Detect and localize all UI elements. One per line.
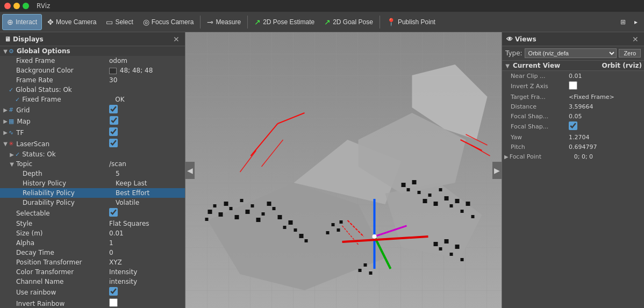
background-color-text: 48; 48; 48 <box>120 67 153 74</box>
focal-point-arrow[interactable]: ▶ <box>504 154 509 160</box>
invert-z-checkbox[interactable] <box>569 81 577 90</box>
color-transformer-row[interactable]: Color Transformer Intensity <box>0 267 185 277</box>
2d-pose-estimate-button[interactable]: ↗ 2D Pose Estimate <box>250 14 319 30</box>
left-arrow-button[interactable]: ◀ <box>185 162 195 179</box>
invert-z-value <box>569 81 642 91</box>
style-label: Style <box>15 220 109 227</box>
map-row[interactable]: ▶ ▦ Map <box>0 116 185 127</box>
tf-checkbox[interactable] <box>109 127 118 136</box>
position-transformer-label: Position Transformer <box>15 259 109 266</box>
laserscan-row[interactable]: ▼ ✳ LaserScan <box>0 138 185 149</box>
focus-camera-button[interactable]: ◎ Focus Camera <box>139 14 198 30</box>
map-arrow[interactable]: ▶ <box>2 118 9 124</box>
minimize-button[interactable] <box>13 3 20 9</box>
grid-arrow[interactable]: ▶ <box>2 107 9 113</box>
tf-value <box>109 127 185 138</box>
laserscan-label: LaserScan <box>15 140 109 148</box>
close-button[interactable] <box>4 3 11 9</box>
interact-label: Interact <box>16 18 37 26</box>
target-frame-row[interactable]: Target Fra... <Fixed Frame> <box>502 92 644 102</box>
views-zero-button[interactable]: Zero <box>619 49 641 58</box>
focal-shape2-label: Focal Shap... <box>504 123 569 130</box>
views-tree: ▼ Current View Orbit (rviz) Near Clip ..… <box>502 61 644 308</box>
grid-row[interactable]: ▶ # Grid <box>0 104 185 116</box>
pitch-row[interactable]: Pitch 0.694797 <box>502 142 644 152</box>
measure-button[interactable]: ⊸ Measure <box>203 14 245 30</box>
selectable-checkbox[interactable] <box>109 208 118 217</box>
toolbar-separator-3 <box>380 16 380 28</box>
current-view-arrow[interactable]: ▼ <box>504 63 511 69</box>
select-button[interactable]: ▭ Select <box>102 14 137 30</box>
expand-button[interactable]: ⊞ <box>616 14 630 30</box>
2d-goal-pose-button[interactable]: ↗ 2D Goal Pose <box>320 14 377 30</box>
views-panel-close[interactable]: ✕ <box>631 35 640 44</box>
laserscan-value <box>109 139 185 149</box>
depth-row[interactable]: Depth 5 <box>0 169 185 178</box>
focal-point-row[interactable]: ▶ Focal Point 0; 0; 0 <box>502 152 644 161</box>
views-type-label: Type: <box>505 49 523 57</box>
background-color-value: 48; 48; 48 <box>109 67 185 74</box>
maximize-button[interactable] <box>23 3 29 9</box>
global-options-icon: ⚙ <box>9 48 14 55</box>
use-rainbow-row[interactable]: Use rainbow <box>0 286 185 298</box>
titlebar-buttons <box>4 3 29 9</box>
laserscan-checkbox[interactable] <box>109 139 118 147</box>
channel-name-row[interactable]: Channel Name intensity <box>0 277 185 286</box>
frame-rate-row[interactable]: Frame Rate 30 <box>0 75 185 85</box>
map-label: Map <box>16 118 110 125</box>
yaw-row[interactable]: Yaw 1.2704 <box>502 132 644 142</box>
3d-view[interactable]: ◀ ▶ <box>185 32 502 308</box>
displays-panel-close[interactable]: ✕ <box>172 35 181 44</box>
viz-background <box>185 32 502 308</box>
global-options-arrow[interactable]: ▼ <box>2 48 9 54</box>
global-options-row[interactable]: ▼ ⚙ Global Options <box>0 46 185 56</box>
alpha-row[interactable]: Alpha 1 <box>0 238 185 248</box>
move-camera-label: Move Camera <box>56 18 96 26</box>
map-checkbox[interactable] <box>110 116 118 125</box>
decay-time-row[interactable]: Decay Time 0 <box>0 248 185 257</box>
yaw-value: 1.2704 <box>569 134 642 141</box>
focal-shape2-row[interactable]: Focal Shap... <box>502 121 644 132</box>
views-type-select[interactable]: Orbit (rviz_defa <box>525 48 617 58</box>
interact-button[interactable]: ⊕ Interact <box>2 14 42 30</box>
laserscan-icon: ✳ <box>9 140 13 147</box>
near-clip-row[interactable]: Near Clip ... 0.01 <box>502 71 644 81</box>
focal-shape1-row[interactable]: Focal Shap... 0.05 <box>502 111 644 121</box>
invert-rainbow-row[interactable]: Invert Rainbow <box>0 298 185 308</box>
laserscan-arrow[interactable]: ▼ <box>2 141 9 147</box>
tf-arrow[interactable]: ▶ <box>2 130 9 135</box>
style-row[interactable]: Style Flat Squares <box>0 219 185 228</box>
laserscan-status-row[interactable]: ▶ ✓ Status: Ok <box>0 149 185 159</box>
size-row[interactable]: Size (m) 0.01 <box>0 228 185 238</box>
global-status-row[interactable]: ✓ Global Status: Ok <box>0 85 185 95</box>
tf-row[interactable]: ▶ ∿ TF <box>0 127 185 138</box>
invert-z-row[interactable]: Invert Z Axis <box>502 81 644 92</box>
fixed-frame-row[interactable]: Fixed Frame odom <box>0 56 185 66</box>
grid-checkbox[interactable] <box>109 105 118 113</box>
fixed-frame-ok-check: ✓ <box>15 96 20 103</box>
current-view-title: Current View <box>513 62 602 69</box>
history-policy-row[interactable]: History Policy Keep Last <box>0 178 185 188</box>
topic-row[interactable]: ▼ Topic /scan <box>0 159 185 169</box>
invert-rainbow-checkbox[interactable] <box>109 298 118 307</box>
position-transformer-row[interactable]: Position Transformer XYZ <box>0 257 185 267</box>
grid-icon: # <box>9 106 13 113</box>
use-rainbow-checkbox[interactable] <box>109 287 118 296</box>
main-layout: 🖥 Displays ✕ ▼ ⚙ Global Options Fixed Fr… <box>0 32 644 308</box>
focal-shape2-checkbox[interactable] <box>569 121 577 130</box>
move-camera-button[interactable]: ✥ Move Camera <box>43 14 101 30</box>
publish-point-button[interactable]: 📍 Publish Point <box>382 14 440 30</box>
selectable-row[interactable]: Selectable <box>0 207 185 219</box>
topic-arrow[interactable]: ▼ <box>9 161 15 167</box>
toolbar-arrow-button[interactable]: ▸ <box>630 14 642 30</box>
background-color-row[interactable]: Background Color 48; 48; 48 <box>0 66 185 75</box>
fixed-frame-ok-row[interactable]: ✓ Fixed Frame OK <box>0 95 185 104</box>
global-options-label: Global Options <box>16 47 110 55</box>
laserscan-status-arrow[interactable]: ▶ <box>9 152 15 157</box>
right-arrow-button[interactable]: ▶ <box>492 162 502 179</box>
current-view-header[interactable]: ▼ Current View Orbit (rviz) <box>502 61 644 71</box>
reliability-policy-row[interactable]: Reliability Policy Best Effort <box>0 188 185 198</box>
focal-point-label: Focal Point <box>510 153 574 160</box>
durability-policy-row[interactable]: Durability Policy Volatile <box>0 198 185 207</box>
distance-row[interactable]: Distance 3.59664 <box>502 102 644 111</box>
